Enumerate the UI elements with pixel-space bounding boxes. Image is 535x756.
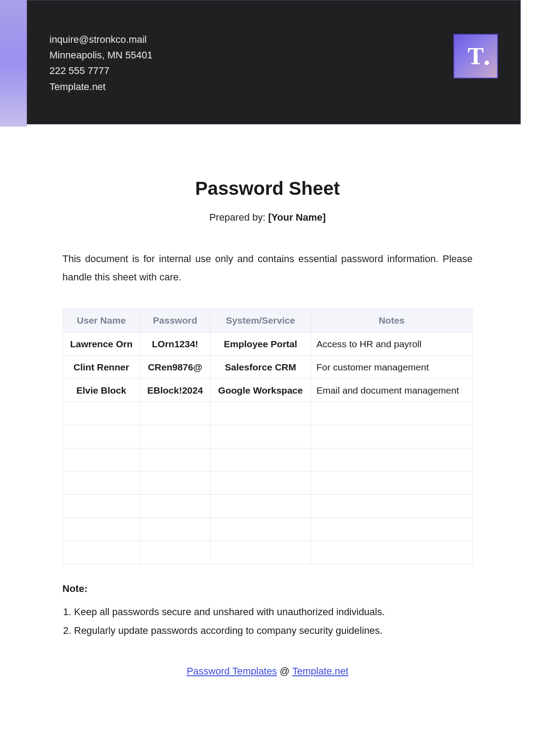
cell-password: EBlock!2024 <box>140 379 210 402</box>
col-notes: Notes <box>311 309 472 333</box>
footer-links: Password Templates @ Template.net <box>62 666 473 677</box>
note-heading: Note: <box>62 583 473 595</box>
document-header: inquire@stronkco.mail Minneapolis, MN 55… <box>27 0 521 124</box>
footer-at: @ <box>277 666 292 677</box>
header-site: Template.net <box>49 79 152 94</box>
document-content: Password Sheet Prepared by: [Your Name] … <box>0 124 535 695</box>
prepared-name: [Your Name] <box>268 212 325 223</box>
logo-box: T <box>453 34 498 78</box>
table-row: Elvie BlockEBlock!2024Google WorkspaceEm… <box>63 379 473 402</box>
table-row-empty <box>63 402 473 425</box>
cell-user: Elvie Block <box>63 379 140 402</box>
page-title: Password Sheet <box>62 178 473 199</box>
header-location: Minneapolis, MN 55401 <box>49 47 152 63</box>
cell-user: Lawrence Orn <box>63 333 140 356</box>
header-email: inquire@stronkco.mail <box>49 32 152 47</box>
col-user: User Name <box>63 309 140 333</box>
cell-user: Clint Renner <box>63 356 140 379</box>
header-contact-block: inquire@stronkco.mail Minneapolis, MN 55… <box>49 32 152 94</box>
cell-system: Salesforce CRM <box>210 356 311 379</box>
cell-system: Employee Portal <box>210 333 311 356</box>
table-row: Clint RennerCRen9876@Salesforce CRMFor c… <box>63 356 473 379</box>
table-row-empty <box>63 541 473 564</box>
table-row-empty <box>63 448 473 472</box>
footer-link-templates[interactable]: Password Templates <box>187 666 277 677</box>
col-password: Password <box>140 309 210 333</box>
table-row-empty <box>63 518 473 541</box>
table-row-empty <box>63 425 473 448</box>
footer-link-site[interactable]: Template.net <box>292 666 348 677</box>
header-phone: 222 555 7777 <box>49 63 152 78</box>
table-header-row: User Name Password System/Service Notes <box>63 309 473 333</box>
note-item: Keep all passwords secure and unshared w… <box>74 604 473 620</box>
note-item: Regularly update passwords according to … <box>74 622 473 639</box>
prepared-by-line: Prepared by: [Your Name] <box>62 212 473 223</box>
notes-list: Keep all passwords secure and unshared w… <box>62 604 473 639</box>
table-row-empty <box>63 472 473 495</box>
intro-paragraph: This document is for internal use only a… <box>62 250 473 286</box>
cell-password: LOrn1234! <box>140 333 210 356</box>
document-page: inquire@stronkco.mail Minneapolis, MN 55… <box>0 0 535 756</box>
sidebar-gradient <box>0 0 27 127</box>
logo-dot-icon <box>485 61 489 65</box>
table-row-empty <box>63 495 473 518</box>
cell-password: CRen9876@ <box>140 356 210 379</box>
cell-notes: Access to HR and payroll <box>311 333 472 356</box>
logo-letter: T <box>468 42 484 70</box>
cell-notes: For customer management <box>311 356 472 379</box>
col-system: System/Service <box>210 309 311 333</box>
cell-notes: Email and document management <box>311 379 472 402</box>
table-row: Lawrence OrnLOrn1234!Employee PortalAcce… <box>63 333 473 356</box>
cell-system: Google Workspace <box>210 379 311 402</box>
password-table: User Name Password System/Service Notes … <box>62 308 473 564</box>
prepared-label: Prepared by: <box>209 212 268 223</box>
